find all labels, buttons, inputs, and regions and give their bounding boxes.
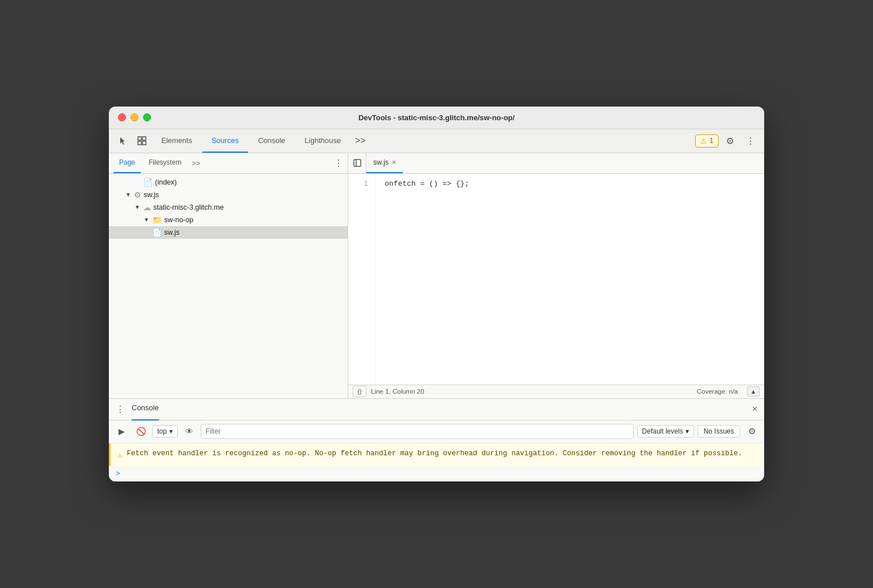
console-filter-input[interactable]	[201, 424, 634, 439]
document-icon: 📄	[143, 178, 153, 187]
console-menu-icon[interactable]: ⋮	[116, 404, 125, 415]
prompt-caret-icon: >	[116, 469, 120, 478]
eye-icon: 👁	[185, 427, 193, 436]
status-coverage: Coverage: n/a	[697, 388, 738, 395]
titlebar: DevTools - static-misc-3.glitch.me/sw-no…	[109, 107, 764, 129]
svg-rect-4	[354, 160, 361, 166]
devtools-toolbar: Elements Sources Console Lighthouse >> ⚠…	[109, 129, 764, 153]
gear-icon: ⚙	[134, 190, 141, 199]
context-arrow-icon: ▾	[169, 427, 173, 435]
devtools-window: DevTools - static-misc-3.glitch.me/sw-no…	[109, 107, 764, 481]
format-button[interactable]: {}	[353, 386, 366, 397]
editor-tab-close[interactable]: ×	[392, 158, 396, 166]
console-toolbar: ▶ 🚫 top ▾ 👁 Default levels ▾ No Issues ⚙	[109, 420, 764, 443]
editor-body[interactable]: 1 onfetch = () => {};	[348, 174, 764, 385]
folder-icon: 📁	[152, 215, 162, 224]
console-block-button[interactable]: 🚫	[133, 423, 149, 439]
svg-rect-3	[142, 141, 146, 145]
maximize-button[interactable]	[143, 113, 151, 121]
tab-lighthouse[interactable]: Lighthouse	[296, 129, 350, 153]
scroll-to-top-button[interactable]: ▲	[747, 386, 760, 397]
more-tabs-button[interactable]: >>	[351, 132, 369, 150]
context-selector[interactable]: top ▾	[152, 425, 178, 438]
editor-pane: sw.js × 1 onfetch = () => {}; {} Line 1,…	[348, 153, 764, 398]
sidebar-tab-menu-icon[interactable]: ⋮	[334, 158, 343, 169]
editor-tabs: sw.js ×	[348, 153, 764, 174]
tree-item-folder[interactable]: ▼ 📁 sw-no-op	[109, 214, 348, 226]
console-play-button[interactable]: ▶	[113, 423, 129, 439]
svg-rect-1	[142, 137, 146, 140]
console-settings-button[interactable]: ⚙	[744, 423, 760, 439]
warning-icon: ⚠	[700, 137, 707, 145]
close-button[interactable]	[118, 113, 126, 121]
console-close-button[interactable]: ×	[752, 404, 757, 414]
main-content: Page Filesystem >> ⋮ 📄 (index) ▼	[109, 153, 764, 398]
no-issues-button[interactable]: No Issues	[697, 425, 740, 438]
toolbar-right: ⚠ 1 ⚙ ⋮	[695, 132, 760, 150]
line-numbers: 1	[348, 174, 376, 385]
console-tab-label[interactable]: Console	[132, 398, 159, 420]
file-tree: 📄 (index) ▼ ⚙ sw.js ▼ ☁ static-misc-3.gl…	[109, 174, 348, 398]
console-header: ⋮ Console ×	[109, 399, 764, 420]
play-icon: ▶	[119, 427, 125, 436]
tab-elements[interactable]: Elements	[152, 129, 201, 153]
bottom-panel: ⋮ Console × ▶ 🚫 top ▾ 👁 Default levels ▾	[109, 398, 764, 481]
tree-item-index[interactable]: 📄 (index)	[109, 176, 348, 189]
warning-badge[interactable]: ⚠ 1	[695, 134, 719, 148]
sidebar-tab-page[interactable]: Page	[113, 153, 141, 173]
tab-console[interactable]: Console	[249, 129, 295, 153]
console-prompt[interactable]: >	[109, 466, 764, 481]
levels-selector[interactable]: Default levels ▾	[637, 425, 694, 438]
svg-rect-0	[138, 137, 141, 140]
cursor-icon[interactable]	[113, 132, 132, 150]
settings-button[interactable]: ⚙	[721, 132, 739, 150]
svg-rect-2	[138, 141, 141, 145]
sidebar-tab-filesystem[interactable]: Filesystem	[143, 153, 187, 173]
levels-arrow-icon: ▾	[686, 427, 689, 435]
tree-item-domain[interactable]: ▼ ☁ static-misc-3.glitch.me	[109, 201, 348, 214]
window-title: DevTools - static-misc-3.glitch.me/sw-no…	[358, 113, 515, 122]
tree-arrow-folder: ▼	[143, 217, 150, 223]
tree-item-swjs-file[interactable]: 📄 sw.js	[109, 226, 348, 239]
traffic-lights	[118, 113, 151, 121]
tree-item-swjs-root[interactable]: ▼ ⚙ sw.js	[109, 189, 348, 201]
tree-arrow-domain: ▼	[134, 204, 141, 210]
editor-statusbar: {} Line 1, Column 20 Coverage: n/a ▲	[348, 385, 764, 398]
code-content[interactable]: onfetch = () => {};	[376, 174, 478, 385]
status-position: Line 1, Column 20	[371, 388, 424, 395]
warning-triangle-icon: ⚠	[117, 449, 122, 462]
editor-tab-swjs[interactable]: sw.js ×	[366, 153, 403, 173]
inspect-icon[interactable]	[133, 132, 151, 150]
tree-arrow-swjs: ▼	[125, 191, 132, 198]
console-warning-message: ⚠ Fetch event handler is recognized as n…	[109, 443, 764, 466]
console-eye-button[interactable]: 👁	[181, 423, 197, 439]
sources-sidebar: Page Filesystem >> ⋮ 📄 (index) ▼	[109, 153, 348, 398]
console-body: ⚠ Fetch event handler is recognized as n…	[109, 443, 764, 481]
sidebar-toggle-button[interactable]	[348, 153, 366, 173]
more-options-button[interactable]: ⋮	[741, 132, 760, 150]
tab-sources[interactable]: Sources	[202, 129, 248, 153]
block-icon: 🚫	[136, 427, 146, 436]
sidebar-tabs-more[interactable]: >>	[189, 159, 202, 168]
minimize-button[interactable]	[130, 113, 138, 121]
sidebar-tabs: Page Filesystem >> ⋮	[109, 153, 348, 174]
js-file-icon: 📄	[152, 228, 162, 237]
cloud-icon: ☁	[143, 203, 151, 212]
